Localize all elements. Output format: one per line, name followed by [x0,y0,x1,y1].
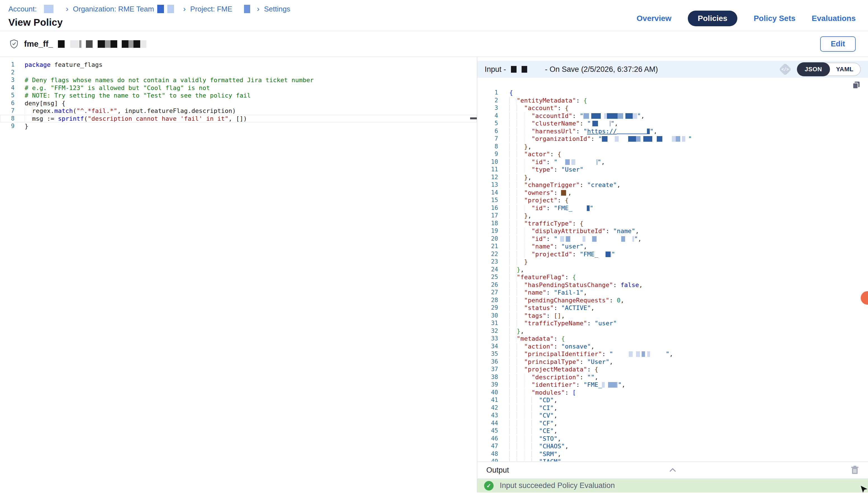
code-line[interactable]: 1{ [477,89,868,97]
code-line[interactable]: 9} [0,123,477,130]
code-line[interactable]: 3 "account": { [477,104,868,112]
code-line[interactable]: 16 "id": "FME_" [477,204,868,212]
redaction-block [561,190,566,196]
code-token: { [565,105,569,111]
code-line[interactable]: 31 "trafficTypeName": "user" [477,319,868,327]
code-line[interactable]: 33 "metadata": { [477,335,868,343]
code-token [509,112,531,119]
code-line[interactable]: 39 "identifier": "FME_", [477,381,868,389]
line-number: 37 [477,366,498,373]
code-line[interactable]: 48 "SRM", [477,450,868,458]
code-line[interactable]: 21 "name": "user", [477,242,868,251]
code-line[interactable]: 11 "type": "User" [477,166,868,174]
code-line[interactable]: 14 "owners": , [477,189,868,197]
code-line[interactable]: 12 }, [477,174,868,181]
code-line[interactable]: 7 regex.match("^.*fail.*", input.feature… [0,107,477,115]
code-line[interactable]: 17 }, [477,212,868,220]
code-line[interactable]: 45 "CE", [477,427,868,435]
trash-icon[interactable] [851,465,859,475]
code-line[interactable]: 37 "projectMetadata": { [477,366,868,373]
code-line[interactable]: 5# NOTE: Try setting the name to "Test" … [0,92,477,100]
code-line[interactable]: 7 "organizationId": "" [477,135,868,143]
code-line[interactable]: 2 [0,69,477,77]
code-line[interactable]: 41 "CD", [477,396,868,404]
code-line[interactable]: 27 "name": "Fail-1", [477,289,868,297]
code-line[interactable]: 46 "STO", [477,435,868,443]
code-token: } [517,327,521,335]
code-line[interactable]: 25 "featureFlag": { [477,273,868,281]
code-line[interactable]: 24 }, [477,266,868,274]
redaction-gap [558,236,560,242]
code-line[interactable]: 36 "principalType": "User", [477,358,868,366]
collapse-chevron-up-icon[interactable] [668,467,678,473]
breadcrumb-project-link[interactable]: Project: FME [190,5,232,14]
code-line[interactable]: 1package feature_flags [0,61,477,69]
breadcrumb-account-link[interactable]: Account: [8,5,37,14]
code-line[interactable]: 13 "changeTrigger": "create", [477,181,868,189]
toggle-json[interactable]: JSON [797,62,830,76]
code-line[interactable]: 4# e.g. "FFM-123" is allowed but "Cool f… [0,84,477,92]
code-token [509,458,539,462]
code-line[interactable]: 49 "IACM" [477,458,868,462]
code-line[interactable]: 44 "CF", [477,420,868,427]
tab-overview[interactable]: Overview [637,14,671,23]
line-number: 7 [477,135,498,143]
code-line[interactable]: 22 "projectId": "FME_" [477,251,868,258]
breadcrumb-settings-link[interactable]: Settings [264,5,290,14]
code-line[interactable]: 47 "CHAOS", [477,443,868,450]
redaction-gap [508,67,511,73]
code-line[interactable]: 10 "id": "", [477,158,868,166]
code-line[interactable]: 8 }, [477,143,868,151]
code-token: "SRM" [539,451,558,457]
code-line[interactable]: 26 "hasPendingStatusChange": false, [477,281,868,289]
code-line[interactable]: 40 "modules": [ [477,389,868,396]
code-line[interactable]: 9 "actor": { [477,150,868,158]
code-token: , [622,381,625,388]
line-number: 12 [477,174,498,181]
tab-evaluations[interactable]: Evaluations [812,14,856,23]
line-content: } [498,258,868,266]
code-line[interactable]: 23 } [477,258,868,266]
code-line[interactable]: 42 "CI", [477,404,868,412]
line-number: 6 [477,127,498,135]
code-line[interactable]: 6 "harnessUrl": "https://", [477,127,868,135]
code-line[interactable]: 32 }, [477,327,868,335]
code-line[interactable]: 34 "action": "onsave", [477,343,868,350]
code-token: : [606,228,613,235]
tab-policy-sets[interactable]: Policy Sets [753,14,795,23]
code-line[interactable]: 2 "entityMetadata": { [477,97,868,105]
code-token: "owners" [524,189,554,196]
code-line[interactable]: 38 "description": "", [477,373,868,381]
breadcrumb-organization-link[interactable]: Organization: RME Team [73,5,154,14]
view-policy-page: { "breadcrumb": { "account_label": "Acco… [0,0,868,493]
code-line[interactable]: 35 "principalIdentifier": "", [477,350,868,358]
redaction-block [134,40,140,48]
code-token: , [609,358,613,365]
code-token: , [554,427,558,434]
code-line[interactable]: 18 "trafficType": { [477,220,868,228]
edit-button[interactable]: Edit [820,36,856,52]
code-line[interactable]: 20 "id": "", [477,235,868,243]
code-line[interactable]: 4 "accountId": "", [477,112,868,120]
code-line[interactable]: 6deny[msg] { [0,100,477,107]
code-line[interactable]: 19 "displayAttributeId": "name", [477,227,868,235]
code-line[interactable]: 15 "project": { [477,196,868,204]
tab-policies[interactable]: Policies [688,10,738,26]
line-number: 47 [477,443,498,450]
code-token: feature_flags [51,61,102,68]
code-line[interactable]: 28 "pendingChangeRequests": 0, [477,297,868,304]
code-line[interactable]: 5 "clusterName": "", [477,120,868,127]
toggle-yaml[interactable]: YAML [829,63,860,76]
code-line[interactable]: 43 "CV", [477,412,868,420]
input-json-editor[interactable]: 1{2 "entityMetadata": {3 "account": {4 "… [477,78,868,462]
code-line[interactable]: 3# Deny flags whose names do not contain… [0,76,477,84]
rego-editor[interactable]: 1package feature_flags23# Deny flags who… [0,57,477,492]
copy-icon[interactable] [851,80,861,90]
code-token: : [580,374,587,381]
code-line[interactable]: 30 "tags": [], [477,312,868,320]
code-line[interactable]: 29 "status": "ACTIVE", [477,304,868,312]
line-content: "tags": [], [498,312,868,320]
code-line[interactable]: 8 msg := sprintf("description cannot hav… [0,115,477,123]
line-content: "projectId": "FME_" [498,251,868,258]
code-token: "onsave" [561,343,591,350]
